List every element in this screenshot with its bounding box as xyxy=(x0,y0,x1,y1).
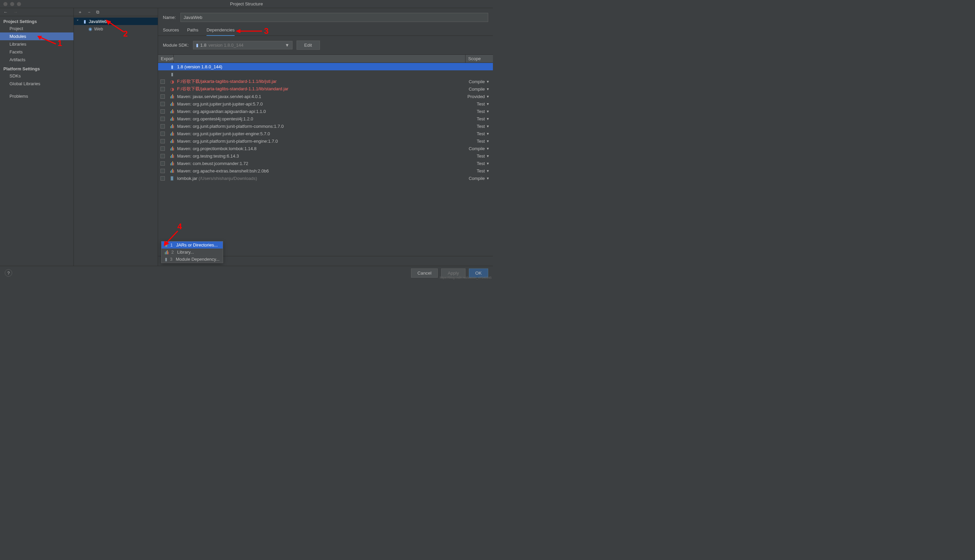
minimize-window-icon[interactable] xyxy=(10,2,14,6)
library-warn-icon: ◑ xyxy=(170,79,174,84)
dependency-scope[interactable]: Compile ▼ xyxy=(465,176,493,181)
dependency-row[interactable]: ◑F:/谷歌下载/jakarta-taglibs-standard-1.1.1/… xyxy=(158,78,493,85)
export-checkbox[interactable] xyxy=(161,94,165,99)
export-checkbox[interactable] xyxy=(161,161,165,166)
sidebar-item-problems[interactable]: Problems xyxy=(0,92,74,100)
help-icon[interactable]: ? xyxy=(5,269,12,277)
maven-icon xyxy=(170,169,174,173)
maven-icon xyxy=(170,109,174,113)
popup-item[interactable]: 2 Library... xyxy=(162,248,223,256)
dependency-row[interactable]: Maven: com.beust:jcommander:1.72Test ▼ xyxy=(158,160,493,167)
dependency-row[interactable]: Maven: org.projectlombok:lombok:1.14.8Co… xyxy=(158,145,493,152)
dependency-row[interactable]: Maven: org.apache-extras.beanshell:bsh:2… xyxy=(158,167,493,175)
export-checkbox[interactable] xyxy=(161,87,165,91)
popup-label: Library... xyxy=(177,250,194,255)
tree-facet-web[interactable]: ◉ Web xyxy=(74,25,158,32)
dependency-row[interactable]: Maven: org.junit.platform:junit-platform… xyxy=(158,137,493,145)
export-checkbox[interactable] xyxy=(161,132,165,136)
section-platform-settings: Platform Settings xyxy=(0,63,74,72)
sidebar-item-modules[interactable]: Modules xyxy=(0,32,74,40)
remove-icon[interactable]: － xyxy=(87,9,91,15)
dependency-row[interactable]: ◑F:/谷歌下载/jakarta-taglibs-standard-1.1.1/… xyxy=(158,85,493,93)
export-checkbox[interactable] xyxy=(161,80,165,84)
dependency-scope[interactable]: Test ▼ xyxy=(465,168,493,173)
dependency-row[interactable]: ▮ xyxy=(158,70,493,78)
section-project-settings: Project Settings xyxy=(0,16,74,25)
dependency-label: Maven: org.apiguardian:apiguardian-api:1… xyxy=(177,109,465,114)
chevron-down-icon[interactable]: ˅ xyxy=(77,19,80,24)
tab-sources[interactable]: Sources xyxy=(163,27,179,35)
dependency-scope[interactable]: Test ▼ xyxy=(465,138,493,144)
dependency-row[interactable]: Maven: javax.servlet:javax.servlet-api:4… xyxy=(158,93,493,100)
dependency-scope[interactable]: Test ▼ xyxy=(465,153,493,158)
dependency-row[interactable]: Maven: org.apiguardian:apiguardian-api:1… xyxy=(158,108,493,115)
jar-icon xyxy=(171,176,173,181)
module-tree-panel: ＋ － ⧉ ˅ ▮ JavaWeb ◉ Web xyxy=(74,8,158,280)
maximize-window-icon[interactable] xyxy=(17,2,21,6)
module-name-input[interactable] xyxy=(181,13,488,22)
add-dependency-popup[interactable]: 1 JARs or Directories... 2 Library...▮ 3… xyxy=(161,241,223,263)
dependencies-list[interactable]: ▮1.8 (version 1.8.0_144)▮◑F:/谷歌下载/jakart… xyxy=(158,63,493,256)
sdk-version: version 1.8.0_144 xyxy=(209,43,243,48)
tree-label: Web xyxy=(94,27,103,32)
edit-sdk-button[interactable]: Edit xyxy=(296,41,320,50)
dependency-label: Maven: org.testng:testng:6.14.3 xyxy=(177,153,465,158)
dependency-row[interactable]: Maven: org.junit.jupiter:junit-jupiter-e… xyxy=(158,130,493,137)
dependency-scope[interactable]: Test ▼ xyxy=(465,124,493,129)
maven-icon xyxy=(165,250,169,254)
copy-icon[interactable]: ⧉ xyxy=(96,10,99,15)
watermark: https://blog.csdn.net/weixin_47546545 xyxy=(440,276,492,279)
add-icon[interactable]: ＋ xyxy=(78,9,82,15)
dependency-scope[interactable]: Compile ▼ xyxy=(465,146,493,151)
dependency-scope[interactable]: Test ▼ xyxy=(465,109,493,114)
dependency-row[interactable]: ▮1.8 (version 1.8.0_144) xyxy=(158,63,493,70)
dependency-scope[interactable]: Provided ▼ xyxy=(465,94,493,99)
sidebar-item-artifacts[interactable]: Artifacts xyxy=(0,56,74,63)
close-window-icon[interactable] xyxy=(3,2,7,6)
header-scope: Scope xyxy=(465,55,493,63)
export-checkbox[interactable] xyxy=(161,117,165,121)
dependency-row[interactable]: Maven: org.opentest4j:opentest4j:1.2.0Te… xyxy=(158,115,493,122)
sidebar-item-sdks[interactable]: SDKs xyxy=(0,72,74,80)
back-icon[interactable]: ← xyxy=(3,10,8,15)
export-checkbox[interactable] xyxy=(161,139,165,143)
dependency-scope[interactable]: Test ▼ xyxy=(465,116,493,122)
tree-module-javaweb[interactable]: ˅ ▮ JavaWeb xyxy=(74,18,158,25)
export-checkbox[interactable] xyxy=(161,109,165,113)
popup-item[interactable]: 1 JARs or Directories... xyxy=(162,242,223,248)
details-panel: Name: Sources Paths Dependencies Module … xyxy=(158,8,493,280)
dependency-row[interactable]: lombok.jar (/Users/shishanju/Downloads)C… xyxy=(158,175,493,182)
export-checkbox[interactable] xyxy=(161,102,165,106)
export-checkbox[interactable] xyxy=(161,176,165,181)
dependency-scope[interactable]: Compile ▼ xyxy=(465,87,493,92)
folder-icon: ▮ xyxy=(171,64,173,69)
dependency-scope[interactable]: Test ▼ xyxy=(465,102,493,107)
dependency-row[interactable]: Maven: org.testng:testng:6.14.3Test ▼ xyxy=(158,152,493,160)
tab-paths[interactable]: Paths xyxy=(187,27,198,35)
dependency-row[interactable]: Maven: org.junit.jupiter:junit-jupiter-a… xyxy=(158,100,493,108)
dependency-scope[interactable]: Test ▼ xyxy=(465,131,493,136)
tab-dependencies[interactable]: Dependencies xyxy=(207,27,235,36)
maven-icon xyxy=(170,161,174,165)
dependency-scope[interactable]: Compile ▼ xyxy=(465,79,493,84)
dependency-label: Maven: org.junit.platform:junit-platform… xyxy=(177,138,465,144)
popup-item[interactable]: ▮ 3 Module Dependency... xyxy=(162,256,223,263)
maven-icon xyxy=(170,132,174,136)
sidebar-item-libraries[interactable]: Libraries xyxy=(0,40,74,48)
popup-label: JARs or Directories... xyxy=(176,242,218,248)
sidebar-item-project[interactable]: Project xyxy=(0,25,74,32)
dependency-row[interactable]: Maven: org.junit.platform:junit-platform… xyxy=(158,122,493,130)
sdk-select[interactable]: ▮ 1.8 version 1.8.0_144 ▼ xyxy=(193,41,293,49)
window-title: Project Structure xyxy=(230,2,263,7)
export-checkbox[interactable] xyxy=(161,154,165,158)
sidebar-item-facets[interactable]: Facets xyxy=(0,48,74,56)
export-checkbox[interactable] xyxy=(161,169,165,173)
traffic-lights xyxy=(0,2,21,6)
cancel-button[interactable]: Cancel xyxy=(411,268,438,278)
dependency-label: lombok.jar (/Users/shishanju/Downloads) xyxy=(177,176,465,181)
dependency-label: Maven: org.junit.jupiter:junit-jupiter-e… xyxy=(177,131,465,136)
export-checkbox[interactable] xyxy=(161,124,165,128)
export-checkbox[interactable] xyxy=(161,147,165,151)
sidebar-item-global-libraries[interactable]: Global Libraries xyxy=(0,80,74,88)
dependency-scope[interactable]: Test ▼ xyxy=(465,161,493,166)
